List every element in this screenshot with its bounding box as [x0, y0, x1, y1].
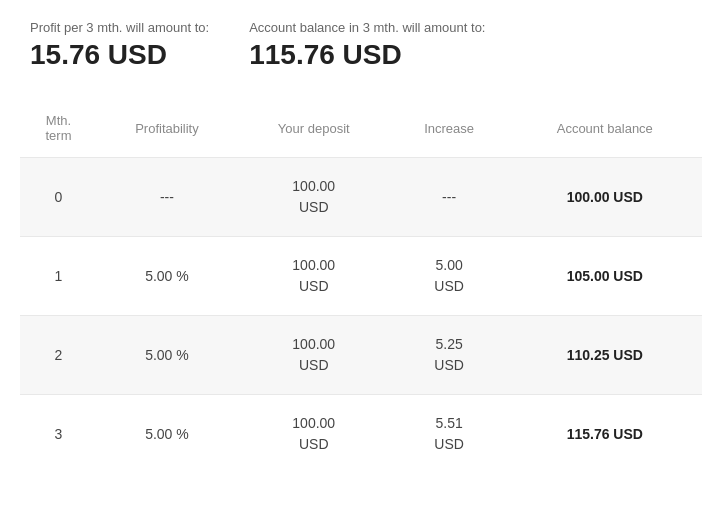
col-header-deposit: Your deposit — [237, 95, 391, 158]
profit-label: Profit per 3 mth. will amount to: — [30, 20, 209, 35]
table-row: 0---100.00USD---100.00 USD — [20, 158, 702, 237]
cell-increase: 5.00USD — [391, 237, 508, 316]
cell-profitability: 5.00 % — [97, 237, 237, 316]
cell-account_balance: 105.00 USD — [508, 237, 702, 316]
table-row: 35.00 %100.00USD5.51USD115.76 USD — [20, 395, 702, 474]
cell-profitability: 5.00 % — [97, 316, 237, 395]
balance-value: 115.76 USD — [249, 39, 485, 71]
balance-label: Account balance in 3 mth. will amount to… — [249, 20, 485, 35]
cell-account_balance: 100.00 USD — [508, 158, 702, 237]
cell-profitability: 5.00 % — [97, 395, 237, 474]
cell-deposit: 100.00USD — [237, 395, 391, 474]
cell-mth_term: 3 — [20, 395, 97, 474]
balance-block: Account balance in 3 mth. will amount to… — [249, 20, 485, 71]
cell-profitability: --- — [97, 158, 237, 237]
profit-value: 15.76 USD — [30, 39, 209, 71]
cell-mth_term: 2 — [20, 316, 97, 395]
cell-mth_term: 0 — [20, 158, 97, 237]
cell-deposit: 100.00USD — [237, 316, 391, 395]
cell-increase: 5.51USD — [391, 395, 508, 474]
profit-block: Profit per 3 mth. will amount to: 15.76 … — [30, 20, 209, 71]
col-header-profitability: Profitability — [97, 95, 237, 158]
summary-section: Profit per 3 mth. will amount to: 15.76 … — [0, 0, 722, 95]
col-header-mth: Mth. term — [20, 95, 97, 158]
cell-increase: --- — [391, 158, 508, 237]
cell-mth_term: 1 — [20, 237, 97, 316]
col-header-increase: Increase — [391, 95, 508, 158]
col-header-balance: Account balance — [508, 95, 702, 158]
cell-deposit: 100.00USD — [237, 237, 391, 316]
cell-account_balance: 115.76 USD — [508, 395, 702, 474]
table-row: 25.00 %100.00USD5.25USD110.25 USD — [20, 316, 702, 395]
table-container: Mth. term Profitability Your deposit Inc… — [0, 95, 722, 473]
cell-increase: 5.25USD — [391, 316, 508, 395]
cell-deposit: 100.00USD — [237, 158, 391, 237]
data-table: Mth. term Profitability Your deposit Inc… — [20, 95, 702, 473]
table-header-row: Mth. term Profitability Your deposit Inc… — [20, 95, 702, 158]
cell-account_balance: 110.25 USD — [508, 316, 702, 395]
table-row: 15.00 %100.00USD5.00USD105.00 USD — [20, 237, 702, 316]
